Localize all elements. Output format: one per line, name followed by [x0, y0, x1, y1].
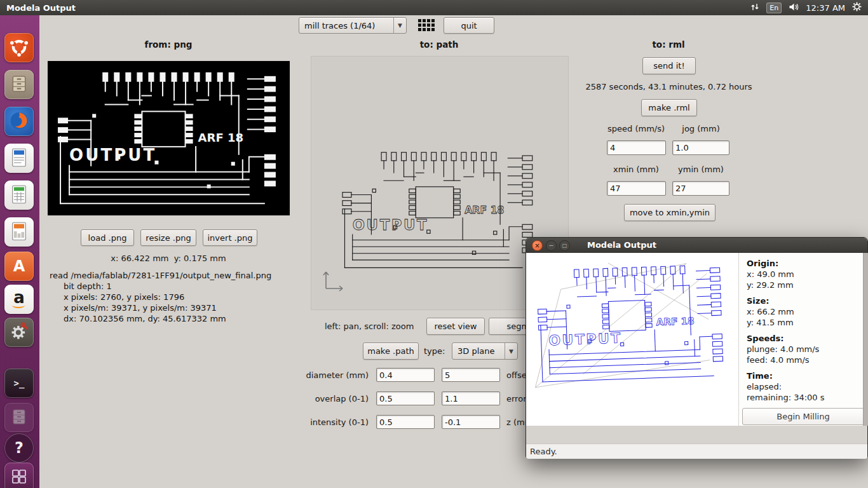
- coord-y: y: 0.175 mm: [174, 254, 226, 263]
- to-path-header: to: path: [386, 39, 492, 50]
- make-rml-button[interactable]: make .rml: [641, 99, 697, 116]
- diameter-label: diameter (mm): [280, 370, 369, 380]
- speed-input[interactable]: [607, 140, 666, 155]
- make-path-button[interactable]: make .path: [363, 342, 419, 360]
- screen: Modela Output En 12:37 AM: [0, 0, 868, 488]
- quit-button[interactable]: quit: [444, 17, 494, 34]
- ubuntu-logo-icon: [10, 37, 29, 58]
- offsets-input[interactable]: [442, 368, 500, 382]
- size-header: Size:: [747, 295, 859, 306]
- overlap-input[interactable]: [376, 391, 435, 405]
- chevron-down-icon: ▼: [393, 18, 406, 33]
- launcher-item-libreoffice-calc[interactable]: [4, 180, 34, 210]
- window-title: Modela Output: [6, 3, 76, 13]
- begin-milling-button[interactable]: Begin Milling: [742, 408, 864, 425]
- launcher-item-terminal[interactable]: >_: [4, 369, 34, 398]
- volume-icon[interactable]: [789, 3, 799, 13]
- fab-modules-grid-icon[interactable]: [416, 17, 437, 32]
- info-line-bitdepth: bit depth: 1: [50, 281, 271, 292]
- chevron-down-icon: ▼: [505, 343, 517, 359]
- firefox-icon: [8, 110, 30, 133]
- png-preview-image: OUTPUTARF 18: [48, 61, 290, 215]
- speeds-header: Speeds:: [747, 333, 859, 344]
- diameter-input[interactable]: [376, 368, 435, 382]
- plunge-speed: plunge: 4.0 mm/s: [747, 344, 859, 355]
- launcher-item-files[interactable]: [4, 70, 34, 99]
- jog-input[interactable]: [672, 140, 729, 155]
- process-select[interactable]: mill traces (1/64) ▼: [299, 17, 407, 34]
- terminal-icon: >_: [14, 378, 25, 388]
- archive-drawers-icon: [10, 408, 28, 428]
- error-input[interactable]: [442, 391, 500, 405]
- from-png-header: from: png: [115, 39, 222, 50]
- png-info-block: read /media/fablab/7281-1FF91/output_new…: [50, 270, 271, 324]
- xmin-input[interactable]: [607, 181, 666, 196]
- ymin-label: ymin (mm): [672, 165, 729, 174]
- process-select-value: mill traces (1/64): [299, 18, 393, 33]
- session-gear-icon[interactable]: [852, 2, 862, 13]
- intensity-label: intensity (0-1): [280, 417, 369, 427]
- info-line-ppm: x pixels/m: 39371, y pixels/m: 39371: [50, 302, 271, 313]
- send-it-button[interactable]: send it!: [642, 57, 696, 74]
- minimize-icon[interactable]: −: [546, 240, 557, 251]
- intensity-input[interactable]: [376, 415, 435, 429]
- size-x: x: 66.2 mm: [747, 306, 859, 317]
- pcb-artwork-rml: OUTPUTARF 18: [528, 254, 736, 392]
- amazon-smile-icon: [12, 302, 25, 308]
- reset-view-button[interactable]: reset view: [426, 318, 485, 335]
- launcher-item-ubuntu-dash[interactable]: [4, 33, 34, 62]
- to-rml-header: to: rml: [615, 39, 722, 50]
- launcher-item-libreoffice-writer[interactable]: [4, 144, 34, 173]
- dialog-scrollbar[interactable]: [863, 253, 868, 426]
- launcher-item-libreoffice-impress[interactable]: [4, 217, 34, 247]
- maximize-icon[interactable]: □: [559, 240, 570, 251]
- ymin-input[interactable]: [672, 181, 729, 196]
- xmin-label: xmin (mm): [604, 165, 668, 174]
- invert-png-button[interactable]: invert .png: [203, 229, 257, 246]
- launcher-item-workspaces[interactable]: [4, 463, 34, 488]
- settings-gear-icon: [9, 322, 29, 344]
- close-icon[interactable]: ×: [532, 240, 543, 251]
- dialog-titlebar[interactable]: × − □ Modela Output: [526, 238, 867, 253]
- cursor-coordinates: x: 66.422 mm y: 0.175 mm: [98, 254, 238, 263]
- workspace-grid-icon: [10, 468, 28, 487]
- coord-x: x: 66.422 mm: [111, 254, 168, 263]
- svg-text:ARF 18: ARF 18: [198, 131, 244, 144]
- pcb-artwork-path: OUTPUTARF 18: [334, 142, 545, 278]
- axes-icon: [320, 264, 349, 294]
- type-select[interactable]: 3D plane ▼: [452, 342, 518, 360]
- launcher-item-amazon[interactable]: a: [4, 285, 34, 314]
- resize-png-button[interactable]: resize .png: [140, 229, 196, 246]
- writer-document-icon: [10, 147, 28, 170]
- launcher-item-system-settings[interactable]: [4, 318, 34, 347]
- svg-text:ARF 18: ARF 18: [465, 204, 504, 216]
- origin-y: y: 29.2 mm: [747, 280, 859, 290]
- move-to-xmin-ymin-button[interactable]: move to xmin,ymin: [624, 204, 715, 221]
- rml-preview-canvas: OUTPUTARF 18: [526, 253, 738, 426]
- file-cabinet-icon: [10, 74, 29, 95]
- launcher-item-ubuntu-software[interactable]: A: [4, 252, 34, 281]
- size-y: y: 41.5 mm: [747, 317, 859, 328]
- impress-presentation-icon: [10, 221, 28, 243]
- top-panel: Modela Output En 12:37 AM: [0, 0, 868, 15]
- svg-text:OUTPUT: OUTPUT: [548, 330, 622, 348]
- speed-label: speed (mm/s): [604, 124, 668, 133]
- launcher-item-help[interactable]: ?: [4, 433, 34, 463]
- status-text: Ready.: [530, 447, 557, 456]
- overlap-label: overlap (0-1): [280, 394, 369, 403]
- network-arrows-icon[interactable]: [750, 3, 759, 13]
- type-label: type:: [424, 346, 445, 356]
- time-estimate: 2587 seconds, 43.1 minutes, 0.72 hours: [559, 82, 778, 92]
- load-png-button[interactable]: load .png: [81, 229, 134, 246]
- launcher-item-archive[interactable]: [4, 403, 34, 432]
- svg-text:OUTPUT: OUTPUT: [69, 146, 156, 165]
- info-line-size: dx: 70.102356 mm, dy: 45.617332 mm: [50, 313, 271, 324]
- launcher-item-firefox[interactable]: [4, 107, 34, 136]
- calc-spreadsheet-icon: [10, 184, 28, 207]
- z-input[interactable]: [442, 415, 500, 429]
- pan-zoom-hint: left: pan, scroll: zoom: [325, 322, 414, 331]
- svg-text:OUTPUT: OUTPUT: [353, 217, 429, 233]
- dialog-title: Modela Output: [587, 240, 656, 250]
- clock[interactable]: 12:37 AM: [806, 3, 845, 13]
- keyboard-indicator[interactable]: En: [766, 3, 782, 13]
